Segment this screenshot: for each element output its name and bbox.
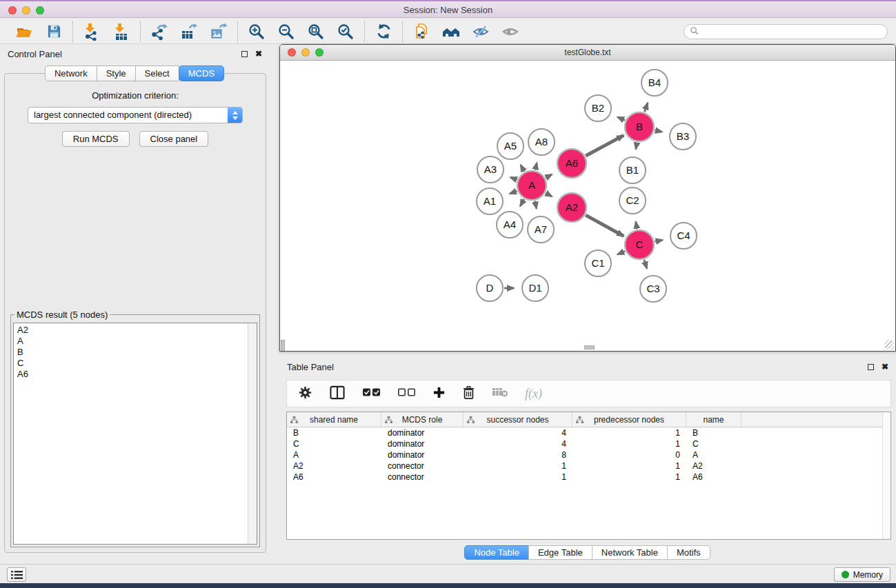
mcds-result-item[interactable]: A2 — [17, 325, 244, 336]
cell-shared-name[interactable]: A — [287, 450, 381, 460]
tab-network-table[interactable]: Network Table — [592, 545, 668, 560]
node-A6[interactable]: A6 — [557, 149, 586, 178]
mcds-result-item[interactable]: B — [17, 347, 244, 358]
show-column-icon[interactable] — [329, 385, 346, 403]
node-D[interactable]: D — [477, 275, 503, 301]
edge-B-B4[interactable] — [644, 103, 647, 112]
export-image-icon[interactable] — [209, 22, 228, 41]
table-row[interactable]: Bdominator41B — [287, 427, 890, 438]
mcds-result-item[interactable]: C — [17, 358, 244, 369]
zoom-selected-icon[interactable] — [336, 22, 355, 41]
edge-A-A2[interactable] — [546, 193, 552, 196]
clone-network-icon[interactable] — [412, 22, 431, 41]
cell-predecessor-nodes[interactable]: 1 — [573, 461, 686, 471]
cell-predecessor-nodes[interactable]: 0 — [573, 450, 686, 460]
node-A[interactable]: A — [517, 171, 546, 200]
node-B[interactable]: B — [625, 112, 654, 141]
table-row[interactable]: Adominator80A — [287, 449, 890, 460]
search-field[interactable] — [684, 24, 888, 39]
edge-A-A1[interactable] — [510, 191, 517, 194]
zoom-window-button[interactable] — [36, 6, 44, 14]
node-B3[interactable]: B3 — [670, 123, 696, 150]
zoom-fit-icon[interactable] — [306, 22, 326, 41]
home-icon[interactable] — [441, 22, 461, 41]
edge-C-C4[interactable] — [655, 240, 663, 241]
cell-MCDS-role[interactable]: connector — [381, 472, 464, 482]
mcds-result-item[interactable]: A — [17, 336, 244, 347]
close-panel-button[interactable]: Close panel — [139, 131, 209, 147]
tab-motifs[interactable]: Motifs — [667, 545, 710, 560]
tab-style[interactable]: Style — [97, 65, 136, 81]
hide-panels-icon[interactable] — [471, 22, 490, 41]
open-file-icon[interactable] — [14, 22, 34, 41]
edge-A-A7[interactable] — [535, 201, 537, 209]
cell-shared-name[interactable]: C — [287, 439, 381, 449]
cell-MCDS-role[interactable]: dominator — [381, 450, 464, 460]
show-panels-icon[interactable] — [501, 22, 520, 41]
column-header-name[interactable]: name — [686, 412, 741, 427]
close-network-button[interactable] — [288, 48, 296, 57]
zoom-network-button[interactable] — [315, 48, 323, 57]
deselect-all-icon[interactable] — [397, 387, 416, 401]
minimize-window-button[interactable] — [22, 6, 30, 14]
node-A5[interactable]: A5 — [497, 133, 524, 159]
close-panel-icon[interactable]: ✖ — [255, 50, 262, 57]
mcds-result-list[interactable]: A2ABCA6 — [14, 323, 248, 544]
cell-successor-nodes[interactable]: 4 — [464, 428, 573, 438]
node-B2[interactable]: B2 — [585, 95, 611, 121]
cell-name[interactable]: A6 — [686, 472, 741, 482]
edge-B-B3[interactable] — [655, 130, 661, 132]
column-header-predecessor-nodes[interactable]: predecessor nodes — [573, 412, 686, 427]
node-B1[interactable]: B1 — [619, 157, 646, 183]
search-input[interactable] — [702, 26, 882, 37]
node-C2[interactable]: C2 — [619, 187, 646, 214]
cell-MCDS-role[interactable]: dominator — [381, 428, 464, 438]
delete-column-icon[interactable] — [462, 385, 475, 403]
cell-successor-nodes[interactable]: 4 — [464, 439, 573, 449]
close-table-panel-icon[interactable]: ✖ — [882, 363, 888, 370]
optimization-criterion-select[interactable]: largest connected component (directed) — [28, 107, 243, 123]
node-A7[interactable]: A7 — [528, 216, 554, 243]
export-table-icon[interactable] — [179, 22, 199, 41]
result-scrollbar[interactable] — [248, 323, 257, 544]
tab-network[interactable]: Network — [45, 65, 97, 81]
edge-A-A3[interactable] — [510, 177, 517, 180]
export-network-icon[interactable] — [150, 22, 169, 41]
close-window-button[interactable] — [8, 6, 17, 14]
node-C[interactable]: C — [625, 230, 654, 259]
vertical-scrollbar-thumb[interactable] — [281, 340, 285, 351]
mcds-result-item[interactable]: A6 — [17, 369, 244, 380]
cell-name[interactable]: A — [686, 450, 741, 460]
cell-shared-name[interactable]: A6 — [287, 472, 381, 482]
node-A2[interactable]: A2 — [557, 193, 586, 222]
resize-grip-icon[interactable] — [885, 341, 894, 349]
refresh-icon[interactable] — [374, 22, 393, 41]
node-A8[interactable]: A8 — [528, 129, 555, 155]
cell-predecessor-nodes[interactable]: 1 — [573, 439, 686, 449]
cell-MCDS-role[interactable]: connector — [381, 461, 464, 471]
cell-successor-nodes[interactable]: 8 — [464, 450, 573, 460]
edge-C-C2[interactable] — [636, 222, 637, 230]
cell-predecessor-nodes[interactable]: 1 — [573, 428, 686, 438]
task-history-button[interactable] — [7, 567, 26, 582]
table-row[interactable]: A2connector11A2 — [287, 460, 890, 472]
cell-shared-name[interactable]: A2 — [287, 461, 381, 471]
table-row[interactable]: Cdominator41C — [287, 438, 890, 449]
tab-mcds[interactable]: MCDS — [179, 65, 224, 81]
cell-successor-nodes[interactable]: 1 — [464, 461, 573, 471]
tab-node-table[interactable]: Node Table — [464, 545, 529, 560]
network-graph[interactable]: B4B2BB3A5A8A6B1A3AA1C2A2A4A7CC4C1C3DD1 — [280, 61, 895, 351]
tab-select[interactable]: Select — [135, 65, 179, 81]
edge-A6-B[interactable] — [586, 135, 624, 156]
edge-A-A6[interactable] — [546, 174, 552, 178]
table-scrollbar[interactable] — [882, 412, 890, 539]
cell-name[interactable]: A2 — [686, 461, 741, 471]
cell-successor-nodes[interactable]: 1 — [464, 472, 573, 482]
node-D1[interactable]: D1 — [522, 275, 548, 301]
horizontal-scrollbar-thumb[interactable] — [584, 345, 595, 349]
edge-A-A4[interactable] — [520, 199, 524, 206]
select-all-icon[interactable] — [362, 387, 381, 401]
zoom-out-icon[interactable] — [277, 22, 296, 41]
cell-shared-name[interactable]: B — [287, 428, 381, 438]
memory-button[interactable]: Memory — [834, 567, 890, 582]
